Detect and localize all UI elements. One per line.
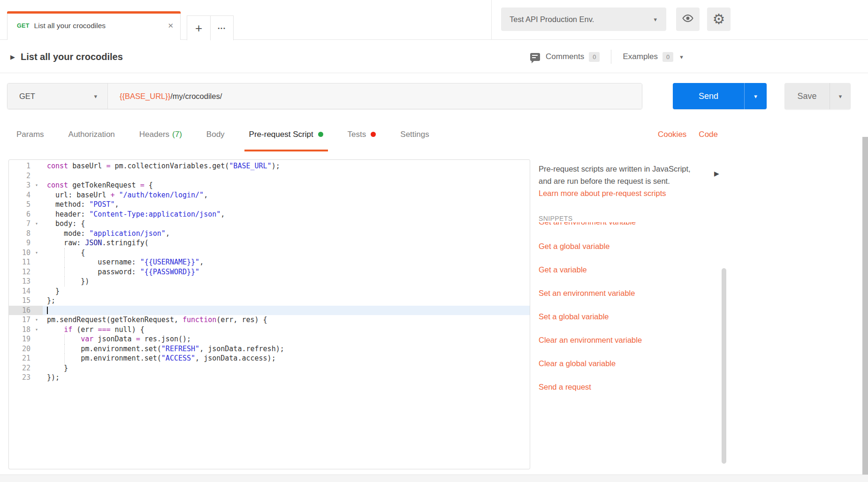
tab-params[interactable]: Params — [16, 117, 44, 151]
fold-spacer — [30, 354, 43, 363]
tab-options-button[interactable]: ••• — [210, 16, 233, 40]
line-number: 17 — [9, 315, 30, 325]
save-options-button[interactable]: ▾ — [830, 83, 851, 109]
tab-label: Pre-request Script — [249, 130, 313, 139]
code-text: method: "POST", — [43, 200, 530, 210]
page-scrollbar[interactable] — [862, 137, 868, 482]
code-line[interactable]: 15}; — [9, 296, 530, 306]
tab-label: Headers — [139, 130, 169, 139]
line-number: 13 — [9, 277, 30, 286]
code-line[interactable]: 3▾const getTokenRequest = { — [9, 181, 530, 190]
fold-spacer — [30, 238, 43, 248]
line-number: 14 — [9, 286, 30, 296]
code-line[interactable]: 23}); — [9, 373, 530, 383]
tab-pre-request-script[interactable]: Pre-request Script — [249, 117, 323, 151]
snippet-item[interactable]: Get a global variable — [539, 234, 708, 258]
snippets-scrollbar-thumb[interactable] — [722, 268, 726, 464]
snippet-item[interactable]: Clear a global variable — [539, 352, 708, 375]
method-url-group: GET ▾ {{BASE_URL}}/my/crocodiles/ — [7, 83, 642, 109]
code-link[interactable]: Code — [699, 130, 718, 139]
fold-spacer — [30, 200, 43, 210]
code-line[interactable]: 21 pm.environment.set("ACCESS", jsonData… — [9, 354, 530, 363]
code-line[interactable]: 19 var jsonData = res.json(); — [9, 334, 530, 344]
request-title-disclosure[interactable]: ▶ List all your crocodiles — [10, 40, 123, 73]
code-line[interactable]: 16 — [9, 306, 530, 316]
code-text: }); — [43, 373, 530, 383]
fold-caret-icon[interactable]: ▾ — [30, 219, 43, 229]
code-line[interactable]: 22 } — [9, 363, 530, 373]
code-line[interactable]: 7▾ body: { — [9, 219, 530, 229]
send-button[interactable]: Send — [673, 83, 744, 109]
tab-settings[interactable]: Settings — [400, 117, 429, 151]
tab-headers[interactable]: Headers(7) — [139, 117, 182, 151]
fold-caret-icon[interactable]: ▾ — [30, 325, 43, 335]
settings-button[interactable]: ⚙ — [707, 8, 731, 31]
chevron-down-icon: ▾ — [754, 93, 757, 100]
code-line[interactable]: 8 mode: "application/json", — [9, 229, 530, 239]
code-line[interactable]: 6 header: "Content-Type:application/json… — [9, 210, 530, 219]
fold-spacer — [30, 257, 43, 267]
snippet-item[interactable]: Set a global variable — [539, 305, 708, 328]
line-number: 9 — [9, 238, 30, 248]
code-text: url: baseUrl + "/auth/token/login/", — [43, 190, 530, 200]
code-line[interactable]: 11 username: "{{USERNAME}}", — [9, 257, 530, 267]
line-number: 15 — [9, 296, 30, 306]
fold-caret-icon[interactable]: ▾ — [30, 315, 43, 325]
code-line[interactable]: 4 url: baseUrl + "/auth/token/login/", — [9, 190, 530, 200]
line-number: 16 — [9, 306, 30, 316]
environment-selector[interactable]: Test API Production Env. ▾ — [501, 8, 666, 31]
top-bar: GET List all your crocodiles ✕ + ••• Tes… — [0, 0, 868, 40]
line-number: 18 — [9, 325, 30, 335]
request-tab[interactable]: GET List all your crocodiles ✕ — [7, 11, 181, 40]
line-number: 8 — [9, 229, 30, 239]
code-line[interactable]: 20 pm.environment.set("REFRESH", jsonDat… — [9, 344, 530, 354]
code-line[interactable]: 10▾ { — [9, 248, 530, 258]
new-tab-button[interactable]: + — [187, 16, 210, 40]
send-options-button[interactable]: ▾ — [745, 83, 767, 109]
pre-request-script-editor[interactable]: 1const baseUrl = pm.collectionVariables.… — [8, 159, 530, 469]
tab-tests[interactable]: Tests — [348, 117, 376, 151]
code-text: password: "{{PASSWORD}}" — [43, 267, 530, 277]
snippet-item[interactable]: Clear an environment variable — [539, 328, 708, 352]
code-line[interactable]: 5 method: "POST", — [9, 200, 530, 210]
code-line[interactable]: 1const baseUrl = pm.collectionVariables.… — [9, 161, 530, 171]
carousel-next-icon[interactable]: ▶ — [714, 170, 719, 177]
fold-caret-icon[interactable]: ▾ — [30, 181, 43, 190]
code-text: const getTokenRequest = { — [43, 181, 530, 190]
comments-count-badge: 0 — [589, 52, 600, 62]
request-tab-title: List all your crocodiles — [34, 22, 106, 30]
close-tab-icon[interactable]: ✕ — [168, 22, 174, 30]
code-line[interactable]: 17▾pm.sendRequest(getTokenRequest, funct… — [9, 315, 530, 325]
code-line[interactable]: 13 }) — [9, 277, 530, 286]
comments-button[interactable]: Comments — [546, 52, 584, 61]
code-line[interactable]: 12 password: "{{PASSWORD}}" — [9, 267, 530, 277]
snippet-item[interactable]: Send a request — [539, 375, 708, 399]
snippet-item[interactable]: Set an environment variable — [539, 281, 708, 305]
fold-caret-icon[interactable]: ▾ — [30, 248, 43, 258]
snippet-item[interactable]: Get a variable — [539, 258, 708, 281]
fold-spacer — [30, 306, 43, 316]
url-input[interactable]: {{BASE_URL}}/my/crocodiles/ — [108, 83, 642, 109]
cookies-link[interactable]: Cookies — [658, 130, 686, 139]
tab-authorization[interactable]: Authorization — [69, 117, 115, 151]
code-line[interactable]: 9 raw: JSON.stringify( — [9, 238, 530, 248]
request-title: List all your crocodiles — [21, 52, 123, 62]
code-line[interactable]: 14 } — [9, 286, 530, 296]
learn-more-link[interactable]: Learn more about pre-request scripts — [539, 189, 666, 198]
code-line[interactable]: 2 — [9, 171, 530, 181]
line-number: 12 — [9, 267, 30, 277]
header-divider — [491, 0, 492, 40]
tab-actions: + ••• — [187, 15, 234, 40]
chevron-down-icon[interactable]: ▾ — [680, 53, 683, 60]
code-text: body: { — [43, 219, 530, 229]
line-number: 19 — [9, 334, 30, 344]
fold-spacer — [30, 296, 43, 306]
examples-button[interactable]: Examples — [623, 52, 658, 61]
snippet-item-clipped[interactable]: Get an environment variable — [539, 222, 693, 228]
code-text: } — [43, 363, 530, 373]
environment-quick-look-button[interactable] — [676, 8, 700, 31]
code-line[interactable]: 18▾ if (err === null) { — [9, 325, 530, 335]
method-selector[interactable]: GET ▾ — [8, 83, 108, 109]
save-button[interactable]: Save — [784, 83, 830, 109]
tab-body[interactable]: Body — [206, 117, 225, 151]
